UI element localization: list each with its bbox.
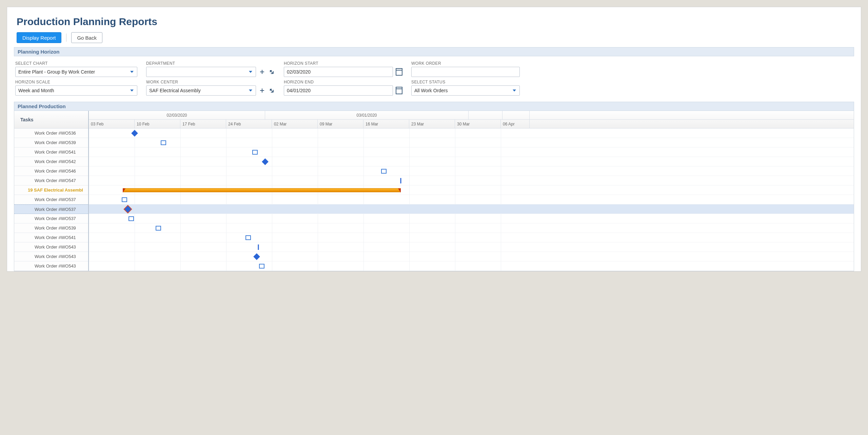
gantt-milestone-marker[interactable] <box>381 169 387 174</box>
select-chart-dropdown[interactable]: Entire Plant - Group By Work Center <box>15 67 137 77</box>
gantt-week-cell: 06 Apr <box>501 120 530 128</box>
gantt-grid-row[interactable] <box>89 223 854 233</box>
gantt-grid-row[interactable] <box>89 128 854 138</box>
chevron-down-icon <box>249 90 252 92</box>
gantt-grid-row[interactable] <box>89 157 854 166</box>
gantt-grid-row[interactable] <box>89 261 854 271</box>
gantt-milestone-marker[interactable] <box>131 130 138 137</box>
work-order-input[interactable] <box>411 67 520 77</box>
horizon-start-calendar-button[interactable] <box>396 68 402 75</box>
gantt-week-cell: 23 Mar <box>409 120 455 128</box>
gantt-task-row[interactable]: Work Order #WO536 <box>14 128 88 138</box>
gantt-milestone-marker[interactable] <box>129 216 134 221</box>
gantt-milestone-marker[interactable] <box>124 206 131 213</box>
chevron-down-icon <box>130 71 134 73</box>
horizon-scale-label: HORIZON SCALE <box>15 80 137 84</box>
gantt-task-row[interactable]: Work Order #WO543 <box>14 252 88 261</box>
gantt-task-row[interactable]: Work Order #WO547 <box>14 176 88 185</box>
select-status-dropdown[interactable]: All Work Orders <box>411 85 520 96</box>
work-center-label: WORK CENTER <box>146 80 275 84</box>
department-dropdown[interactable] <box>146 67 256 77</box>
gantt-grid-row[interactable] <box>89 195 854 204</box>
gantt-tasks-header: Tasks <box>14 111 88 128</box>
gantt-week-cell: 17 Feb <box>180 120 226 128</box>
gantt-grid-row[interactable] <box>89 185 854 195</box>
horizon-start-label: HORIZON START <box>284 61 402 66</box>
gantt-grid-row[interactable] <box>89 242 854 252</box>
horizon-scale-dropdown[interactable]: Week and Month <box>15 85 137 96</box>
gantt-milestone-marker[interactable] <box>259 264 264 269</box>
gantt-milestone-marker[interactable] <box>258 244 259 250</box>
gantt-body <box>89 128 854 271</box>
chevron-down-icon <box>130 90 134 92</box>
gantt-timeline[interactable]: 02/03/202003/01/2020 03 Feb10 Feb17 Feb2… <box>89 111 854 271</box>
add-department-button[interactable] <box>259 68 265 75</box>
calendar-icon <box>396 87 402 94</box>
gantt-task-list: Work Order #WO536Work Order #WO539Work O… <box>14 128 88 271</box>
gantt-milestone-marker[interactable] <box>262 158 269 165</box>
gantt-grid-row[interactable] <box>89 166 854 176</box>
gantt-task-row[interactable]: Work Order #WO543 <box>14 261 88 271</box>
gantt-chart: Tasks Work Order #WO536Work Order #WO539… <box>14 111 854 271</box>
calendar-icon <box>396 68 402 76</box>
gantt-week-cell: 09 Mar <box>318 120 363 128</box>
open-department-button[interactable] <box>268 68 275 75</box>
select-chart-label: SELECT CHART <box>15 61 137 66</box>
gantt-grid-row[interactable] <box>89 176 854 185</box>
gantt-task-row[interactable]: Work Order #WO537 <box>14 214 88 223</box>
gantt-week-cell: 03 Feb <box>89 120 135 128</box>
gantt-month-cell <box>502 111 530 119</box>
gantt-task-row[interactable]: Work Order #WO539 <box>14 138 88 147</box>
gantt-grid-row[interactable] <box>89 204 854 214</box>
field-select-chart: SELECT CHART Entire Plant - Group By Wor… <box>15 61 137 77</box>
field-horizon-scale: HORIZON SCALE Week and Month <box>15 80 137 96</box>
horizon-start-input[interactable]: 02/03/2020 <box>284 67 393 77</box>
gantt-milestone-marker[interactable] <box>245 235 251 240</box>
gantt-milestone-marker[interactable] <box>252 150 258 155</box>
planned-production-header: Planned Production <box>14 102 854 111</box>
select-status-label: SELECT STATUS <box>411 80 520 84</box>
gantt-task-row[interactable]: Work Order #WO539 <box>14 223 88 233</box>
gantt-week-cell: 02 Mar <box>272 120 318 128</box>
open-work-center-button[interactable] <box>268 87 275 94</box>
gantt-month-cell: 03/01/2020 <box>265 111 469 119</box>
gantt-task-row[interactable]: Work Order #WO543 <box>14 242 88 252</box>
gantt-grid-row[interactable] <box>89 214 854 223</box>
gantt-milestone-marker[interactable] <box>156 226 161 231</box>
horizon-start-value: 02/03/2020 <box>287 69 311 75</box>
field-select-status: SELECT STATUS All Work Orders <box>411 80 520 96</box>
field-department: DEPARTMENT <box>146 61 275 77</box>
gantt-group-bar[interactable] <box>123 188 401 192</box>
gantt-task-row[interactable]: Work Order #WO541 <box>14 147 88 157</box>
gantt-week-cell: 30 Mar <box>455 120 501 128</box>
gantt-milestone-marker[interactable] <box>253 253 260 260</box>
horizon-end-input[interactable]: 04/01/2020 <box>284 85 393 96</box>
gantt-grid-row[interactable] <box>89 147 854 157</box>
go-back-button[interactable]: Go Back <box>71 32 102 43</box>
gantt-timeline-header: 02/03/202003/01/2020 03 Feb10 Feb17 Feb2… <box>89 111 854 128</box>
field-horizon-start: HORIZON START 02/03/2020 <box>284 61 402 77</box>
gantt-task-row[interactable]: Work Order #WO542 <box>14 157 88 166</box>
gantt-milestone-marker[interactable] <box>161 140 166 145</box>
toolbar: Display Report Go Back <box>17 32 854 43</box>
gantt-task-column: Tasks Work Order #WO536Work Order #WO539… <box>14 111 89 271</box>
gantt-task-row[interactable]: Work Order #WO537 <box>14 195 88 204</box>
add-work-center-button[interactable] <box>259 87 265 94</box>
field-work-center: WORK CENTER SAF Electrical Assembly <box>146 80 275 96</box>
planning-horizon-header: Planning Horizon <box>14 47 854 56</box>
select-status-value: All Work Orders <box>414 88 448 93</box>
gantt-grid-row[interactable] <box>89 138 854 147</box>
horizon-end-calendar-button[interactable] <box>396 87 402 94</box>
gantt-milestone-marker[interactable] <box>122 197 127 202</box>
gantt-task-row[interactable]: Work Order #WO546 <box>14 166 88 176</box>
gantt-task-row[interactable]: Work Order #WO541 <box>14 233 88 242</box>
gantt-milestone-marker[interactable] <box>400 178 401 183</box>
gantt-task-row[interactable]: Work Order #WO537 <box>14 204 88 214</box>
gantt-group-row[interactable]: 19 SAF Electrical Assembl <box>14 185 88 195</box>
display-report-button[interactable]: Display Report <box>17 32 61 43</box>
work-center-dropdown[interactable]: SAF Electrical Assembly <box>146 85 256 96</box>
toolbar-divider <box>66 34 66 42</box>
gantt-grid-row[interactable] <box>89 252 854 261</box>
select-chart-value: Entire Plant - Group By Work Center <box>18 69 95 75</box>
gantt-grid-row[interactable] <box>89 233 854 242</box>
